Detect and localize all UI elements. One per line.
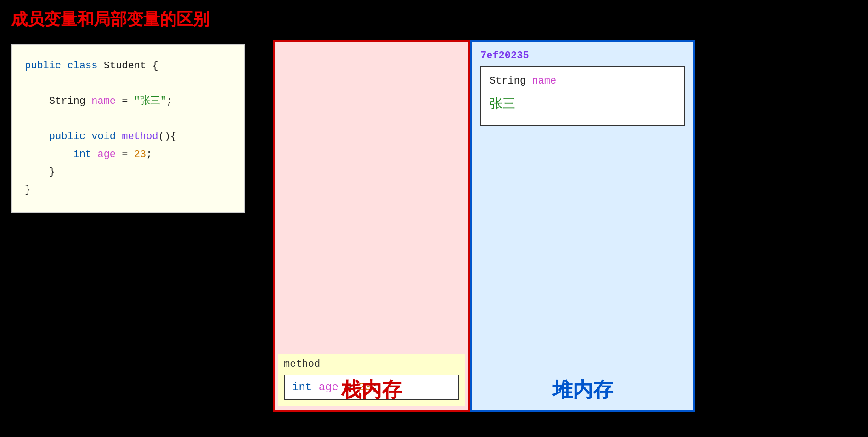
heap-string-keyword: String bbox=[490, 75, 532, 87]
code-line-1: public class Student { bbox=[25, 57, 230, 75]
stack-var-int: int bbox=[292, 381, 312, 393]
stack-label: 栈内存 bbox=[341, 376, 402, 403]
heap-field-value: 张三 bbox=[490, 95, 676, 112]
heap-label: 堆内存 bbox=[552, 376, 613, 403]
stack-area: method int age = 23; 栈内存 bbox=[273, 40, 470, 412]
code-line-7: } bbox=[25, 163, 230, 181]
code-line-6: int age = 23; bbox=[25, 146, 230, 164]
heap-field-name: name bbox=[532, 75, 556, 87]
code-line-8: } bbox=[25, 181, 230, 199]
heap-address: 7ef20235 bbox=[472, 42, 693, 64]
heap-field-type-line: String name bbox=[490, 75, 676, 87]
stack-method-name: method bbox=[284, 359, 459, 370]
heap-area: 7ef20235 String name 张三 堆内存 bbox=[470, 40, 695, 412]
page-title: 成员变量和局部变量的区别 bbox=[0, 0, 868, 35]
stack-var-age: age bbox=[319, 381, 338, 393]
code-line-5: public void method(){ bbox=[25, 128, 230, 146]
code-block: public class Student { String name = "张三… bbox=[11, 44, 245, 213]
code-line-2 bbox=[25, 75, 230, 93]
code-line-3: String name = "张三"; bbox=[25, 93, 230, 111]
code-line-4 bbox=[25, 111, 230, 129]
heap-object-box: String name 张三 bbox=[480, 66, 685, 126]
